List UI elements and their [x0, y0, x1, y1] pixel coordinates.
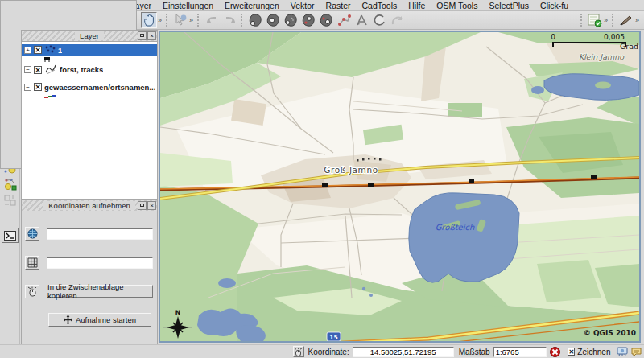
- map-render: 15 Groß Jamno Klein Jamno Großteich 0 0,…: [160, 32, 639, 341]
- layer-name: 1: [58, 46, 62, 55]
- scalebar-unit-label: Grad: [620, 42, 638, 51]
- multiline-symbol-icon: [43, 93, 56, 99]
- toolbar-grip[interactable]: [612, 14, 615, 27]
- route-shield-label: 15: [329, 334, 337, 341]
- copy-to-clipboard-button[interactable]: In die Zwischenablage kopieren: [47, 285, 153, 298]
- layer-checkbox[interactable]: ✕: [34, 66, 42, 74]
- layer-3-symbology[interactable]: [22, 93, 157, 100]
- projection-status-button[interactable]: [617, 346, 628, 357]
- toolbar-overflow-icon[interactable]: »: [635, 16, 639, 24]
- layer-name: forst, tracks: [60, 65, 103, 74]
- collapse-icon[interactable]: −: [24, 66, 31, 73]
- node-tool-button[interactable]: [336, 12, 352, 28]
- osm-blob-icon: [301, 14, 316, 27]
- osm-download-button[interactable]: [265, 12, 281, 28]
- cad-points-icon: [3, 178, 17, 191]
- north-label: N: [175, 309, 180, 316]
- menu-raster[interactable]: Raster: [320, 1, 357, 10]
- collapse-icon[interactable]: −: [24, 84, 31, 91]
- menu-osm-tools[interactable]: OSM Tools: [431, 1, 483, 10]
- terminal-icon: [4, 231, 16, 241]
- layer-name: gewaessernamen/ortsnamen...: [44, 83, 155, 92]
- layer-panel-titlebar[interactable]: Layer ×: [22, 31, 157, 41]
- angle-icon: [355, 14, 369, 27]
- coordinate-input[interactable]: [353, 347, 454, 357]
- node-tool-icon: [337, 14, 351, 27]
- panel-float-icon[interactable]: [138, 31, 147, 40]
- menu-hilfe[interactable]: Hilfe: [402, 1, 431, 10]
- log-messages-button[interactable]: [630, 346, 642, 357]
- layer-item-1[interactable]: + ✕ 1: [22, 44, 157, 56]
- map-canvas[interactable]: 15 Groß Jamno Klein Jamno Großteich 0 0,…: [159, 31, 641, 343]
- pan-map-button[interactable]: [141, 12, 157, 28]
- expand-icon[interactable]: +: [24, 47, 31, 54]
- scale-input[interactable]: [493, 347, 547, 357]
- toolbar-grip[interactable]: [197, 14, 200, 27]
- osm-upload-button[interactable]: [283, 12, 299, 28]
- cadtool-10-button[interactable]: [2, 176, 19, 192]
- identify-cursor-icon: [174, 14, 187, 27]
- redo-arrow-icon: [223, 14, 237, 26]
- identify-button[interactable]: [172, 12, 188, 28]
- toolbar-overflow-icon[interactable]: »: [158, 16, 162, 24]
- cadtool-11-button[interactable]: [2, 192, 19, 208]
- start-capture-button[interactable]: Aufnahme starten: [48, 313, 151, 327]
- village-label: Groß Jamno: [324, 165, 378, 175]
- layer-item-forst-tracks[interactable]: − ✕ forst, tracks: [22, 63, 157, 76]
- osm-import-button[interactable]: [300, 12, 316, 28]
- cad-grid-icon: [3, 194, 17, 208]
- toolbar-overflow-icon[interactable]: »: [189, 16, 193, 24]
- panel-close-icon[interactable]: ×: [147, 31, 156, 40]
- toolbar-overflow-icon[interactable]: »: [604, 16, 608, 24]
- crs-select-button[interactable]: [25, 227, 39, 241]
- stop-rendering-button[interactable]: [550, 346, 561, 357]
- coord-panel-titlebar[interactable]: Koordinaten aufnehmen ×: [22, 200, 157, 211]
- layer-item-gewaessernamen[interactable]: − ✕ gewaessernamen/ortsnamen...: [22, 81, 157, 93]
- render-checkbox[interactable]: ✕: [568, 348, 575, 356]
- copyright-label: © QGIS 2010: [584, 329, 636, 337]
- layer-1-symbology[interactable]: [22, 56, 157, 63]
- curve-button[interactable]: [389, 12, 405, 28]
- toolbar-grip[interactable]: [241, 14, 244, 27]
- status-bar: Koordinate: Maßstab ✕ Zeichnen: [0, 344, 644, 358]
- layer-panel-title: Layer: [75, 31, 104, 40]
- panel-close-icon[interactable]: ×: [147, 201, 156, 210]
- mouse-click-icon: [294, 348, 303, 356]
- coord-panel-title: Koordinaten aufnehmen: [43, 201, 134, 210]
- print-composer-button[interactable]: [587, 12, 603, 28]
- menu-cadtools[interactable]: CadTools: [357, 1, 403, 10]
- coordinate-geo-input[interactable]: [47, 257, 153, 269]
- osm-load-button[interactable]: [247, 12, 263, 28]
- layer-checkbox[interactable]: ✕: [34, 83, 42, 91]
- layer-checkbox[interactable]: ✕: [34, 46, 42, 54]
- coordinate-crs-input[interactable]: [47, 228, 153, 240]
- mouse-click-icon: [27, 286, 38, 297]
- menu-erweiterungen[interactable]: Erweiterungen: [219, 1, 285, 10]
- lake-label: Großteich: [436, 223, 475, 232]
- redo-button[interactable]: [221, 12, 237, 28]
- undo-button[interactable]: [204, 12, 220, 28]
- track-mouse-button[interactable]: [25, 285, 39, 298]
- crosshair-icon: [64, 315, 72, 324]
- coordinate-capture-toggle-button[interactable]: [293, 346, 304, 357]
- coordinate-capture-panel: Koordinaten aufnehmen × In die Zwischena…: [21, 200, 158, 344]
- menu-selectplus[interactable]: SelectPlus: [483, 1, 535, 10]
- annotation-button[interactable]: [618, 12, 634, 28]
- circle-arc-button[interactable]: [371, 12, 387, 28]
- menu-vektor[interactable]: Vektor: [285, 1, 320, 10]
- menu-click-fu[interactable]: Click-fu: [535, 1, 574, 10]
- menu-einstellungen[interactable]: Einstellungen: [157, 1, 219, 10]
- osm-blob-icon: [283, 14, 298, 27]
- osm-blob-icon: [319, 14, 333, 27]
- osm-export-button[interactable]: [318, 12, 334, 28]
- measure-angle-button[interactable]: [353, 12, 369, 28]
- curve-icon: [390, 14, 404, 27]
- geographic-coords-button[interactable]: [25, 256, 39, 270]
- panel-float-icon[interactable]: [138, 201, 147, 210]
- undo-arrow-icon: [205, 14, 219, 26]
- hamlet-label: Klein Jamno: [579, 52, 625, 61]
- scalebar-start-label: 0: [551, 33, 555, 41]
- toolbar-grip[interactable]: [166, 14, 169, 27]
- python-console-button[interactable]: [2, 228, 19, 243]
- toolbar-grip[interactable]: [580, 14, 584, 27]
